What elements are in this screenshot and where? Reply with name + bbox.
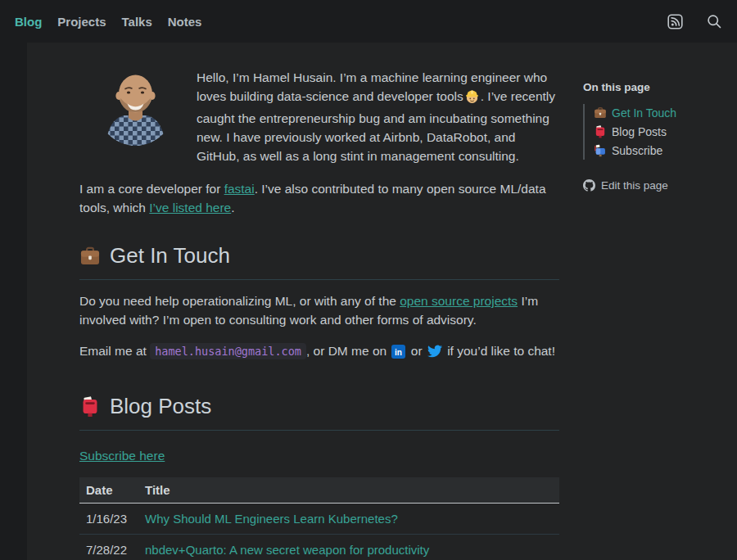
intro-section: Hello, I’m Hamel Husain. I’m a machine l… bbox=[79, 68, 559, 165]
title-column-header: Title bbox=[138, 477, 559, 504]
edit-this-page-label: Edit this page bbox=[601, 179, 668, 192]
email-text-4: if you’d like to chat! bbox=[444, 344, 555, 358]
on-this-page-sidebar: On this page Get In Touch Blog Posts Sub… bbox=[583, 68, 735, 560]
post-date: 7/28/22 bbox=[79, 535, 138, 560]
toc-label: Get In Touch bbox=[612, 106, 676, 120]
nav-item-projects[interactable]: Projects bbox=[57, 15, 106, 29]
email-text-2: , or DM me on bbox=[306, 344, 391, 358]
github-icon bbox=[583, 179, 595, 192]
nav-item-notes[interactable]: Notes bbox=[168, 15, 202, 29]
intro-paragraph: Hello, I’m Hamel Husain. I’m a machine l… bbox=[197, 68, 559, 165]
nav-links: Blog Projects Talks Notes bbox=[15, 15, 201, 29]
table-row: 1/16/23 Why Should ML Engineers Learn Ku… bbox=[79, 504, 559, 535]
table-row: 7/28/22 nbdev+Quarto: A new secret weapo… bbox=[79, 535, 559, 560]
blog-posts-table: Date Title 1/16/23 Why Should ML Enginee… bbox=[79, 477, 559, 560]
construction-worker-emoji bbox=[464, 88, 480, 109]
page-body: Hello, I’m Hamel Husain. I’m a machine l… bbox=[0, 43, 737, 560]
post-title-link[interactable]: nbdev+Quarto: A new secret weapon for pr… bbox=[145, 543, 429, 557]
blog-posts-heading-text: Blog Posts bbox=[110, 394, 211, 419]
top-navbar: Blog Projects Talks Notes bbox=[0, 0, 737, 43]
post-date: 1/16/23 bbox=[79, 504, 138, 535]
toc-label: Subscribe bbox=[612, 144, 662, 157]
briefcase-icon bbox=[79, 246, 101, 267]
left-margin-strip bbox=[0, 43, 27, 560]
open-source-projects-link[interactable]: open source projects bbox=[400, 294, 518, 308]
linkedin-icon[interactable]: in bbox=[391, 345, 405, 364]
mailbox-icon bbox=[594, 144, 607, 157]
table-header-row: Date Title bbox=[79, 477, 559, 504]
toc-item-subscribe[interactable]: Subscribe bbox=[594, 144, 735, 157]
fastai-link[interactable]: fastai bbox=[224, 182, 255, 196]
nav-item-talks[interactable]: Talks bbox=[122, 15, 152, 29]
p2-text-3: . bbox=[231, 201, 234, 215]
subscribe-paragraph: Subscribe here bbox=[79, 446, 559, 465]
search-icon[interactable] bbox=[706, 13, 722, 29]
email-text-3: or bbox=[407, 344, 425, 358]
toc-label: Blog Posts bbox=[612, 125, 667, 138]
p2-text-1: I am a core developer for bbox=[79, 182, 224, 196]
postbox-icon bbox=[79, 396, 101, 418]
toc-item-blog-posts[interactable]: Blog Posts bbox=[594, 125, 735, 138]
blog-posts-heading: Blog Posts bbox=[79, 394, 559, 431]
toc-item-get-in-touch[interactable]: Get In Touch bbox=[594, 106, 735, 120]
profile-photo bbox=[97, 68, 174, 146]
postbox-icon bbox=[594, 125, 607, 138]
email-address[interactable]: hamel.husain@gmail.com bbox=[150, 343, 306, 359]
edit-this-page-link[interactable]: Edit this page bbox=[583, 179, 735, 192]
consulting-text-1: Do you need help operationalizing ML, or… bbox=[79, 294, 400, 308]
twitter-icon[interactable] bbox=[427, 344, 442, 364]
svg-text:in: in bbox=[396, 348, 403, 357]
main-content: Hello, I’m Hamel Husain. I’m a machine l… bbox=[79, 68, 559, 560]
subscribe-here-link[interactable]: Subscribe here bbox=[79, 449, 165, 463]
consulting-paragraph: Do you need help operationalizing ML, or… bbox=[79, 291, 559, 329]
briefcase-icon bbox=[594, 106, 607, 120]
listed-here-link[interactable]: I’ve listed here bbox=[149, 201, 231, 215]
email-text-1: Email me at bbox=[79, 344, 150, 358]
toc-title: On this page bbox=[583, 81, 735, 93]
email-paragraph: Email me at hamel.husain@gmail.com, or D… bbox=[79, 341, 559, 364]
get-in-touch-heading-text: Get In Touch bbox=[110, 243, 230, 269]
get-in-touch-heading: Get In Touch bbox=[79, 243, 559, 280]
post-title-link[interactable]: Why Should ML Engineers Learn Kubernetes… bbox=[145, 512, 398, 526]
toc-items: Get In Touch Blog Posts Subscribe bbox=[583, 104, 735, 160]
date-column-header: Date bbox=[79, 477, 138, 504]
rss-icon[interactable] bbox=[667, 14, 683, 29]
nav-item-blog[interactable]: Blog bbox=[15, 15, 42, 29]
core-developer-paragraph: I am a core developer for fastai. I’ve a… bbox=[79, 179, 559, 217]
